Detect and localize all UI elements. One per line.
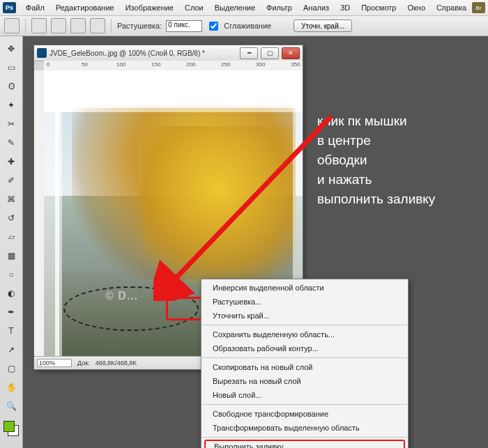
color-swatches[interactable] — [3, 421, 19, 436]
anno-line: и нажать — [317, 170, 478, 190]
feather-label: Растушевка: — [117, 22, 162, 30]
tool-blur[interactable]: ○ — [2, 266, 20, 283]
app-logo-icon: Ps — [3, 2, 16, 13]
anno-line: обводки — [317, 150, 478, 170]
doc-icon — [37, 48, 47, 58]
tool-eraser[interactable]: ▱ — [2, 229, 20, 245]
tool-stamp[interactable]: ⌘ — [2, 191, 20, 208]
tool-dodge[interactable]: ◐ — [2, 285, 20, 302]
ctx-fill[interactable]: Выполнить заливку... — [204, 440, 405, 448]
ruler-mark: 250 — [221, 61, 230, 68]
tool-path[interactable]: ↗ — [2, 341, 20, 358]
annotation-text: клик пк мышки в центре обводки и нажать … — [317, 111, 478, 209]
close-button[interactable]: ✕ — [282, 47, 300, 59]
menu-help[interactable]: Справка — [431, 1, 472, 14]
menu-select[interactable]: Выделение — [209, 1, 261, 14]
ruler-mark: 200 — [186, 61, 195, 68]
ruler-mark: 300 — [256, 61, 265, 68]
tool-heal[interactable]: ✚ — [2, 153, 20, 170]
options-bar: Растушевка: 0 пикс. Сглаживание Уточн. к… — [0, 16, 488, 36]
feather-input[interactable]: 0 пикс. — [166, 20, 202, 32]
tool-lasso[interactable]: ʘ — [2, 78, 20, 95]
menu-3d[interactable]: 3D — [335, 1, 356, 14]
menu-edit[interactable]: Редактирование — [50, 1, 120, 14]
menu-file[interactable]: Файл — [20, 1, 50, 14]
tool-wand[interactable]: ✦ — [2, 97, 20, 114]
tool-zoom[interactable]: 🔍 — [2, 398, 20, 415]
fg-color-swatch[interactable] — [3, 421, 15, 432]
ctx-save-selection[interactable]: Сохранить выделенную область... — [201, 327, 408, 341]
menu-window[interactable]: Окно — [402, 1, 431, 14]
tool-type[interactable]: T — [2, 323, 20, 339]
selection-mode-sub-icon[interactable] — [70, 18, 86, 33]
menu-analysis[interactable]: Анализ — [298, 1, 335, 14]
ruler-horizontal[interactable]: 0 50 100 150 200 250 300 350 — [44, 61, 303, 71]
ctx-make-workpath[interactable]: Образовать рабочий контур... — [201, 341, 408, 355]
ruler-mark: 350 — [291, 61, 300, 68]
menu-image[interactable]: Изображение — [120, 1, 179, 14]
bridge-icon[interactable]: Br — [472, 2, 485, 13]
ruler-mark: 50 — [82, 61, 88, 68]
tool-move[interactable]: ✥ — [2, 40, 20, 57]
tool-hand[interactable]: ✋ — [2, 379, 20, 396]
menu-filter[interactable]: Фильтр — [261, 1, 298, 14]
ctx-transform-selection[interactable]: Трансформировать выделенную область — [201, 421, 408, 435]
titlebar[interactable]: JVDE_GeleBoom..jpg @ 100% (Слой 0, RGB/8… — [34, 45, 303, 61]
doc-size-label: Док: — [77, 360, 90, 366]
selection-mode-add-icon[interactable] — [51, 18, 66, 33]
tool-rect[interactable]: ▢ — [2, 360, 20, 377]
doc-title: JVDE_GeleBoom..jpg @ 100% (Слой 0, RGB/8… — [49, 49, 237, 57]
ruler-vertical[interactable] — [34, 70, 45, 357]
ruler-mark: 0 — [47, 61, 49, 68]
minimize-button[interactable]: ━ — [240, 47, 258, 59]
tool-history[interactable]: ↺ — [2, 210, 20, 226]
tool-pen[interactable]: ✒ — [2, 304, 20, 320]
tool-crop[interactable]: ✂ — [2, 116, 20, 132]
ctx-new-layer[interactable]: Новый слой... — [201, 388, 408, 402]
ctx-refine[interactable]: Уточнить край... — [201, 309, 408, 323]
refine-edge-button[interactable]: Уточн. край... — [293, 20, 352, 32]
menubar: Ps Файл Редактирование Изображение Слои … — [0, 0, 488, 16]
selection-mode-new-icon[interactable] — [31, 18, 47, 33]
antialias-label: Сглаживание — [224, 22, 271, 30]
anno-line: клик пк мышки — [317, 111, 478, 131]
tool-palette: ✥ ▭ ʘ ✦ ✂ ✎ ✚ ✐ ⌘ ↺ ▱ ▦ ○ ◐ ✒ T ↗ ▢ ✋ 🔍 — [0, 36, 23, 448]
menu-view[interactable]: Просмотр — [356, 1, 402, 14]
tool-eyedropper[interactable]: ✎ — [2, 134, 20, 151]
tool-brush[interactable]: ✐ — [2, 172, 20, 189]
workspace: ✥ ▭ ʘ ✦ ✂ ✎ ✚ ✐ ⌘ ↺ ▱ ▦ ○ ◐ ✒ T ↗ ▢ ✋ 🔍 … — [0, 36, 488, 448]
ctx-feather[interactable]: Растушевка... — [201, 295, 408, 309]
ctx-layer-via-cut[interactable]: Вырезать на новый слой — [201, 374, 408, 388]
maximize-button[interactable]: ▢ — [261, 47, 279, 59]
context-menu: Отменить выделение Инверсия выделенной о… — [201, 279, 409, 448]
ruler-mark: 100 — [116, 61, 125, 68]
tool-marquee[interactable]: ▭ — [2, 59, 20, 76]
image-foliage — [142, 126, 296, 286]
zoom-field[interactable]: 100% — [37, 359, 72, 367]
doc-size-value: 468,8K/468,8K — [96, 360, 137, 366]
ctx-inverse[interactable]: Инверсия выделенной области — [201, 281, 408, 295]
selection-mode-intersect-icon[interactable] — [90, 18, 105, 33]
antialias-checkbox[interactable] — [209, 22, 218, 31]
current-tool-icon[interactable] — [4, 18, 20, 33]
menu-layers[interactable]: Слои — [179, 1, 209, 14]
ruler-mark: 150 — [151, 61, 160, 68]
ctx-free-transform[interactable]: Свободное трансформирование — [201, 407, 408, 421]
tool-gradient[interactable]: ▦ — [2, 247, 20, 264]
anno-line: выполнить заливку — [317, 190, 478, 209]
anno-line: в центре — [317, 131, 478, 150]
ctx-layer-via-copy[interactable]: Скопировать на новый слой — [201, 360, 408, 374]
